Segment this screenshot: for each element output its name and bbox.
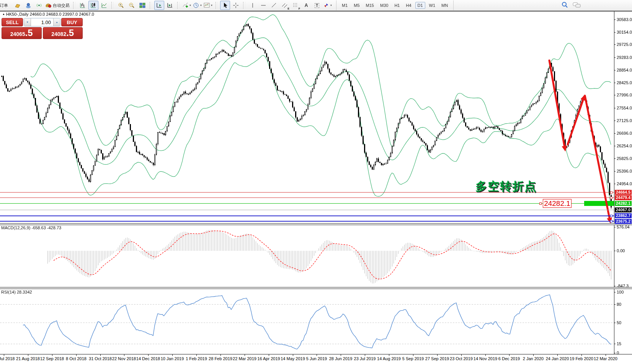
vertical-line-tool[interactable] [248,1,258,10]
line-chart-button[interactable] [99,1,109,10]
triangle-up-icon: ▲ [56,21,58,23]
new-order-button[interactable]: 新订单 [0,3,12,8]
timeframe-m1[interactable]: M1 [340,2,350,9]
candlestick-chart-button[interactable] [88,1,98,10]
timeframe-mn[interactable]: MN [439,2,450,9]
sell-price-display[interactable]: 24065.5 [2,27,42,39]
cursor-tool-button[interactable] [220,1,230,10]
auto-trading-label: 自动交易 [53,3,70,8]
tile-windows-button[interactable] [137,1,147,10]
buy-price-display[interactable]: 24082.5 [43,27,83,39]
line-handle-marker[interactable] [539,202,542,205]
price-level-line[interactable] [0,215,614,216]
time-axis-label: 14 Aug 2019 [377,356,401,361]
fibonacci-tool[interactable]: F [291,1,300,10]
time-tick [148,354,149,356]
timeframe-d1[interactable]: D1 [415,2,425,9]
price-tick-label: 26254.0 [617,144,632,148]
time-tick [245,354,245,356]
new-order-label: 新订单 [0,3,8,8]
signals-button[interactable] [34,1,44,10]
macd-tick-label: 0.00 [617,248,625,253]
trendline-tool[interactable] [269,1,279,10]
rsi-tick-label: 50 [617,320,621,325]
signal-icon [36,2,42,8]
one-click-trading-panel: SELL ▼ ▲ BUY 24065.5 24082.5 [2,18,83,39]
macd-tick [614,227,616,227]
chat-button[interactable] [573,2,581,9]
charts-gold-icon[interactable] [13,1,23,10]
price-tick [614,146,616,146]
timeframe-h1[interactable]: H1 [392,2,402,9]
turning-point-annotation[interactable]: 多空转折点 [475,179,537,194]
window-divider [0,11,632,11]
toolbar: 新订单 自动交易 ▼ ▼ ▼ E F A T ▼ M1M5M15M30H1H4D… [0,0,632,11]
line-handle-marker[interactable] [610,197,612,199]
line-handle-marker[interactable] [610,220,612,222]
timeframe-m30[interactable]: M30 [378,2,390,9]
volume-increase-button[interactable]: ▲ [53,18,60,26]
timeframe-h4[interactable]: H4 [403,2,413,9]
rsi-tick [614,292,616,292]
horizontal-line-tool[interactable] [258,1,268,10]
price-tick [614,83,616,83]
bar-chart-icon [80,2,86,8]
auto-trading-button[interactable]: 自动交易 [45,1,71,10]
text-tool[interactable]: A [301,1,311,10]
templates-button[interactable]: ▼ [203,1,213,10]
rsi-tick-label: 15 [617,341,621,346]
text-label-tool[interactable]: T [312,1,322,10]
time-axis-label: 28 Jun 2019 [329,356,353,361]
bar-chart-button[interactable] [78,1,88,10]
timeframe-w1[interactable]: W1 [427,2,438,9]
indicators-button[interactable]: ▼ [182,1,192,10]
price-level-line[interactable] [0,198,614,198]
zoom-in-button[interactable] [116,1,126,10]
time-axis-label: 23 Jul 2019 [354,356,376,361]
price-tag-24282[interactable]: 24282.1 [543,199,572,208]
price-tick [614,158,616,159]
price-tick [614,133,616,134]
arrows-tool[interactable]: ▼ [323,1,333,10]
time-axis[interactable]: 30 Jul 201821 Aug 201812 Sep 20188 Oct 2… [0,354,632,364]
volume-decrease-button[interactable]: ▼ [24,18,31,26]
timeframe-m15[interactable]: M15 [364,2,376,9]
time-axis-label: 1 Feb 2019 [186,356,207,361]
time-tick [4,354,4,356]
price-level-line[interactable] [0,210,614,210]
crosshair-icon [233,2,239,8]
chevron-down-icon: ▼ [189,4,191,7]
buy-button[interactable]: BUY [61,18,83,26]
rsi-tick [614,344,616,344]
zoom-in-icon [118,2,124,8]
community-button[interactable] [23,1,33,10]
collapse-arrow-icon[interactable]: ▲ [2,13,5,15]
time-axis-label: 10 Jan 2019 [161,356,184,361]
price-level-line[interactable] [0,221,614,222]
price-tick-label: 24954.0 [617,181,632,186]
chart-shift-button[interactable] [165,1,175,10]
timeframe-m5[interactable]: M5 [351,2,362,9]
crosshair-tool-button[interactable] [231,1,241,10]
macd-panel-canvas[interactable] [0,225,614,287]
tile-windows-icon [139,2,145,8]
line-handle-marker[interactable] [610,191,612,194]
panel-splitter[interactable] [0,223,632,225]
time-tick [196,354,197,356]
equidistant-channel-tool[interactable]: E [280,1,290,10]
time-tick [413,354,413,356]
panel-splitter[interactable] [0,287,632,289]
volume-spinner: ▼ ▲ [24,18,60,26]
auto-scroll-button[interactable] [154,1,164,10]
sell-button[interactable]: SELL [2,18,23,26]
time-axis-label: 21 Aug 2018 [16,356,40,361]
volume-input[interactable] [31,18,53,26]
search-button[interactable] [561,2,568,9]
line-handle-marker[interactable] [610,215,612,217]
time-tick [533,354,534,356]
zoom-out-button[interactable] [127,1,137,10]
price-level-line[interactable] [0,203,584,204]
rsi-panel-canvas[interactable] [0,289,614,354]
periods-button[interactable]: ▼ [193,1,203,10]
cursor-icon [222,2,228,8]
